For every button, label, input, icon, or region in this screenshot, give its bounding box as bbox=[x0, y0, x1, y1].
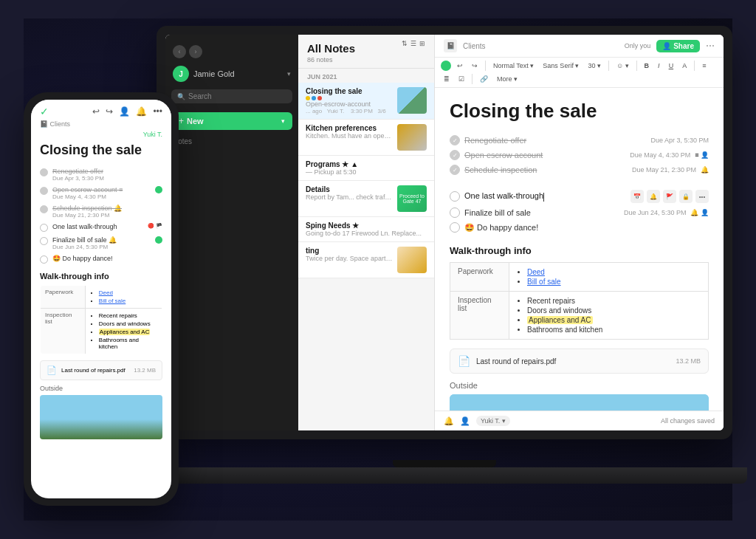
phone-pdf-icon: 📄 bbox=[47, 365, 57, 375]
filter-icon[interactable]: ⇅ bbox=[402, 40, 408, 47]
info-table: Paperwork Deed Bill of sale bbox=[450, 262, 709, 340]
editor-only-you: Only you bbox=[625, 42, 651, 49]
phone-outside-label: Outside bbox=[40, 385, 162, 392]
new-button[interactable]: + New ▾ bbox=[171, 112, 292, 130]
phone-user-icon[interactable]: 👤 bbox=[119, 106, 130, 117]
phone: ✓ ↩ ↪ 👤 🔔 ••• 📓 Clients Yuki T. bbox=[24, 92, 179, 506]
task-open-checkbox[interactable] bbox=[450, 191, 460, 202]
phone-task-item[interactable]: One last walk-through 🔴 🏴 bbox=[40, 221, 162, 234]
phone-task-item[interactable]: Finalize bill of sale 🔔 Due Jun 24, 5:30… bbox=[40, 234, 162, 253]
phone-task-due: Due Jun 24, 5:30 PM bbox=[52, 244, 117, 250]
task-text: 🤩 Do happy dance! bbox=[464, 223, 709, 233]
bill-of-sale-link[interactable]: Bill of sale bbox=[527, 278, 561, 286]
note-item[interactable]: Details Report by Tam... check traffic n… bbox=[298, 181, 434, 217]
numbered-list-button[interactable]: ≣ bbox=[441, 74, 453, 84]
task-checkbox[interactable] bbox=[450, 135, 460, 145]
task-item[interactable]: Finalize bill of sale Due Jun 24, 5:30 P… bbox=[450, 205, 709, 220]
phone-deed-link[interactable]: Deed bbox=[99, 289, 113, 296]
color-button[interactable]: A bbox=[679, 61, 690, 71]
bell-icon[interactable]: 🔔 bbox=[647, 190, 660, 203]
task-item[interactable]: Open escrow account Due May 4, 4:30 PM ≡… bbox=[450, 148, 709, 162]
phone-editor-title: Closing the sale bbox=[40, 143, 162, 158]
phone-section-title: Walk-through info bbox=[40, 272, 162, 281]
note-item[interactable]: ting Twice per day. Space apart. Please.… bbox=[298, 242, 434, 278]
toolbar-color-circle[interactable] bbox=[441, 61, 451, 71]
task-editing-row[interactable]: One last walk-through 📅 🔔 🚩 🔒 ••• bbox=[450, 188, 709, 205]
link-button[interactable]: 🔗 bbox=[477, 74, 491, 84]
smiley-button[interactable]: ☺ ▾ bbox=[614, 61, 632, 71]
phone-task-checkbox[interactable] bbox=[40, 187, 48, 195]
lock-icon[interactable]: 🔒 bbox=[679, 190, 693, 203]
phone-redo-icon[interactable]: ↪ bbox=[106, 106, 113, 117]
more-toolbar-button[interactable]: More ▾ bbox=[494, 74, 520, 84]
deed-link[interactable]: Deed bbox=[527, 268, 545, 276]
more-icon[interactable]: ••• bbox=[695, 190, 709, 203]
task-item[interactable]: Schedule inspection Due May 21, 2:30 PM … bbox=[450, 162, 709, 177]
text-style-button[interactable]: Normal Text ▾ bbox=[490, 61, 537, 71]
note-item[interactable]: Programs ★ ▲ — Pickup at 5:30 bbox=[298, 156, 434, 181]
task-checkbox[interactable] bbox=[450, 165, 460, 175]
redo-button[interactable]: ↪ bbox=[469, 61, 481, 71]
task-list: Renegotiate offer Due Apr 3, 5:30 PM Ope… bbox=[450, 133, 709, 177]
chevron-down-icon: ▾ bbox=[281, 117, 285, 125]
nav-back-button[interactable]: ‹ bbox=[173, 45, 186, 58]
phone-task-item[interactable]: Schedule inspection 🔔 Due May 21, 2:30 P… bbox=[40, 202, 162, 221]
font-size-button[interactable]: 30 ▾ bbox=[585, 61, 604, 71]
italic-button[interactable]: I bbox=[655, 61, 663, 71]
phone-task-checkbox[interactable] bbox=[40, 255, 48, 264]
phone-attachment[interactable]: 📄 Last round of repairs.pdf 13.2 MB bbox=[40, 360, 162, 380]
task-user-dot bbox=[155, 186, 162, 193]
phone-breadcrumb: 📓 Clients bbox=[31, 120, 171, 131]
task-input-text[interactable]: One last walk-through bbox=[464, 191, 544, 201]
flag-icon[interactable]: 🚩 bbox=[663, 190, 676, 203]
undo-button[interactable]: ↩ bbox=[454, 61, 466, 71]
task-icon: 🔔 👤 bbox=[690, 209, 709, 216]
nav-forward-button[interactable]: › bbox=[189, 45, 202, 58]
phone-bill-link[interactable]: Bill of sale bbox=[99, 298, 126, 304]
attachment-row[interactable]: 📄 Last round of repairs.pdf 13.2 MB bbox=[450, 349, 709, 374]
phone-task-checkbox[interactable] bbox=[40, 237, 48, 245]
phone-bell-icon[interactable]: 🔔 bbox=[136, 106, 147, 117]
more-options-button[interactable]: ⋯ bbox=[706, 41, 715, 51]
checklist-button[interactable]: ☑ bbox=[456, 74, 467, 84]
phone-task-item[interactable]: 🤩 Do happy dance! bbox=[40, 253, 162, 266]
phone-task-due: Due May 4, 4:30 PM bbox=[52, 193, 123, 200]
calendar-icon[interactable]: 📅 bbox=[630, 190, 644, 203]
phone-more-icon[interactable]: ••• bbox=[153, 106, 162, 117]
underline-button[interactable]: U bbox=[666, 61, 677, 71]
date-group: JUN 2021 bbox=[298, 69, 434, 83]
sidebar-item-notes[interactable]: Notes bbox=[165, 134, 298, 148]
task-checkbox[interactable] bbox=[450, 207, 460, 218]
notes-count: 86 notes bbox=[307, 56, 425, 63]
phone-task-item[interactable]: Renegotiate offer Due Apr 3, 5:30 PM bbox=[40, 165, 162, 184]
note-title: Details bbox=[306, 185, 393, 193]
phone-task-item[interactable]: Open escrow-account ≡ Due May 4, 4:30 PM bbox=[40, 184, 162, 202]
task-checkbox[interactable] bbox=[450, 222, 460, 233]
bell-icon[interactable]: 🔔 bbox=[444, 416, 454, 426]
font-family-button[interactable]: Sans Serif ▾ bbox=[540, 61, 582, 71]
phone-task-checkbox[interactable] bbox=[40, 168, 48, 176]
share-button[interactable]: 👤 Share bbox=[656, 40, 700, 52]
list-item: Doors and windows bbox=[527, 306, 701, 315]
table-cell-paperwork: Deed Bill of sale bbox=[509, 263, 709, 292]
note-item[interactable]: Sping Needs ★ Going to-do 17 Firewood Ln… bbox=[298, 217, 434, 242]
task-item[interactable]: Renegotiate offer Due Apr 3, 5:30 PM bbox=[450, 133, 709, 148]
user-tag[interactable]: Yuki T. ▾ bbox=[476, 416, 510, 426]
task-item[interactable]: 🤩 Do happy dance! bbox=[450, 220, 709, 235]
note-subtitle: Kitchen. Must have an open concept that'… bbox=[306, 132, 393, 140]
note-item[interactable]: Closing the sale Open-escrow-account ...… bbox=[298, 83, 434, 120]
bold-button[interactable]: B bbox=[642, 61, 653, 71]
phone-task-checkbox[interactable] bbox=[40, 224, 48, 232]
profile-icon[interactable]: 👤 bbox=[460, 416, 470, 426]
phone-task-checkbox[interactable] bbox=[40, 205, 48, 213]
grid-icon[interactable]: ⊞ bbox=[419, 40, 425, 47]
toolbar-separator bbox=[472, 74, 472, 84]
sidebar-user[interactable]: J Jamie Gold ▾ bbox=[165, 63, 298, 85]
phone-list-item: Recent repairs bbox=[99, 312, 157, 320]
task-checkbox[interactable] bbox=[450, 150, 460, 160]
note-item[interactable]: Kitchen preferences Kitchen. Must have a… bbox=[298, 120, 434, 156]
view-icon[interactable]: ☰ bbox=[410, 40, 416, 47]
phone-undo-icon[interactable]: ↩ bbox=[92, 106, 100, 117]
sidebar-search[interactable]: 🔍 Search bbox=[171, 89, 292, 103]
bullet-list-button[interactable]: ≡ bbox=[699, 61, 709, 71]
